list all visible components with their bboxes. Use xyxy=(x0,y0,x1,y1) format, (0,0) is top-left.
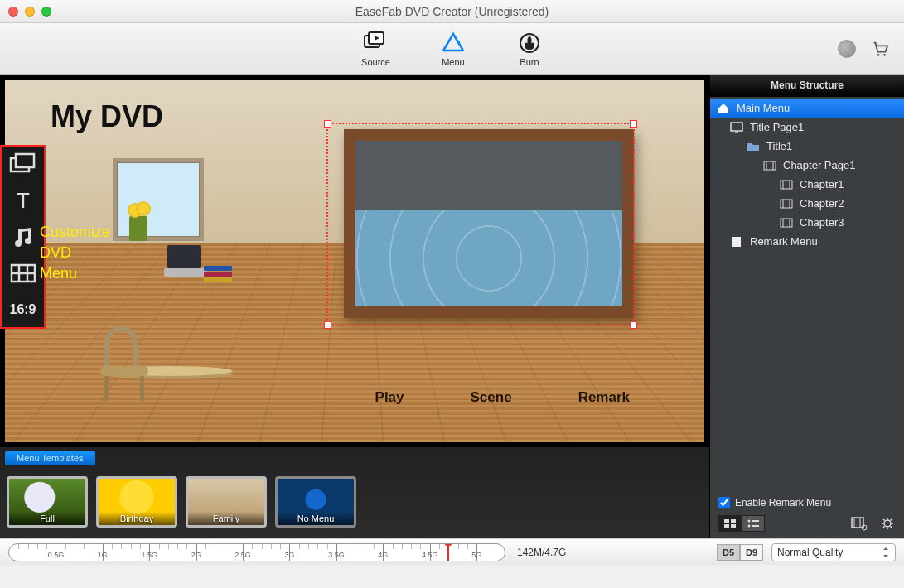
tree-chapter[interactable]: Chapter1 xyxy=(710,175,904,194)
film-settings-icon[interactable] xyxy=(851,516,868,531)
svg-point-36 xyxy=(748,525,751,528)
window-controls xyxy=(8,7,51,17)
svg-point-7 xyxy=(883,53,886,55)
cart-icon[interactable] xyxy=(871,40,889,58)
menu-button[interactable]: Menu xyxy=(440,31,467,67)
list-view-button[interactable] xyxy=(742,515,765,532)
tree-main-menu[interactable]: Main Menu xyxy=(710,99,904,118)
source-button[interactable]: Source xyxy=(361,31,390,67)
monitor-icon xyxy=(730,122,743,133)
resize-handle[interactable] xyxy=(630,321,637,329)
templates-tab[interactable]: Menu Templates xyxy=(5,451,95,465)
template-family[interactable]: Family xyxy=(186,476,267,528)
page-icon xyxy=(730,236,743,248)
svg-point-4 xyxy=(457,41,460,44)
film-icon xyxy=(780,179,793,190)
svg-rect-32 xyxy=(724,524,729,528)
disc-type-toggle: D5 D9 xyxy=(717,544,763,561)
dvd-title[interactable]: My DVD xyxy=(51,99,163,134)
svg-rect-35 xyxy=(752,520,759,522)
structure-header: Menu Structure xyxy=(710,75,904,97)
svg-rect-15 xyxy=(731,123,742,131)
thumbnail-view-button[interactable] xyxy=(718,515,742,532)
menu-preview[interactable]: My DVD Play Scene xyxy=(0,75,709,447)
svg-rect-30 xyxy=(724,519,729,523)
close-icon[interactable] xyxy=(8,7,18,17)
film-icon xyxy=(780,198,793,210)
enable-remark-checkbox[interactable]: Enable Remark Menu xyxy=(718,497,896,508)
titlebar: EaseFab DVD Creator (Unregistered) xyxy=(0,0,904,23)
disc-icon[interactable] xyxy=(838,40,856,58)
tree-chapter-page[interactable]: Chapter Page1 xyxy=(710,156,904,175)
remark-button[interactable]: Remark xyxy=(578,389,630,406)
flowers-decor xyxy=(129,216,147,241)
scene-button[interactable]: Scene xyxy=(471,389,512,406)
source-icon xyxy=(362,31,389,54)
svg-rect-31 xyxy=(731,519,736,523)
size-text: 142M/4.7G xyxy=(517,547,566,558)
capacity-marker[interactable] xyxy=(447,543,449,561)
view-toggle xyxy=(718,515,765,532)
resize-handle[interactable] xyxy=(630,120,637,128)
chapter-tool-icon[interactable] xyxy=(8,261,38,286)
customize-annotation: Customize DVD Menu xyxy=(40,222,110,285)
laptop-decor xyxy=(167,260,209,285)
d5-button[interactable]: D5 xyxy=(717,544,740,561)
scene-window xyxy=(113,158,204,241)
tree-title-page[interactable]: Title Page1 xyxy=(710,118,904,137)
chevron-down-icon xyxy=(882,547,890,557)
zoom-icon[interactable] xyxy=(41,7,51,17)
books-decor xyxy=(204,266,232,284)
menu-nav-buttons: Play Scene Remark xyxy=(375,389,630,406)
svg-text:T: T xyxy=(17,188,30,213)
template-full[interactable]: Full xyxy=(7,476,88,528)
gear-icon[interactable] xyxy=(879,516,896,531)
minimize-icon[interactable] xyxy=(25,7,35,17)
svg-rect-23 xyxy=(781,200,792,208)
film-icon xyxy=(763,160,776,171)
selection-outline[interactable] xyxy=(326,123,635,326)
source-label: Source xyxy=(361,57,390,67)
menu-label: Menu xyxy=(442,57,465,67)
customize-toolbar: T 16:9 xyxy=(0,145,46,329)
svg-point-6 xyxy=(877,53,880,55)
menu-icon xyxy=(440,31,467,54)
status-bar: 0.5G1G1.5G2G2.5G3G3.5G4G4.5G5G 142M/4.7G… xyxy=(0,538,904,565)
checkbox-input[interactable] xyxy=(718,497,730,508)
play-button[interactable]: Play xyxy=(375,389,404,406)
svg-rect-29 xyxy=(732,237,741,247)
tree-chapter[interactable]: Chapter2 xyxy=(710,194,904,213)
template-birthday[interactable]: Birthday xyxy=(96,476,177,528)
tree-title[interactable]: Title1 xyxy=(710,137,904,156)
burn-button[interactable]: Burn xyxy=(516,31,543,67)
text-tool-icon[interactable]: T xyxy=(8,188,38,213)
svg-rect-37 xyxy=(752,525,759,527)
d9-button[interactable]: D9 xyxy=(740,544,763,561)
frame-tool-icon[interactable] xyxy=(8,152,38,176)
resize-handle[interactable] xyxy=(324,321,331,329)
template-nomenu[interactable]: No Menu xyxy=(275,476,356,528)
burn-label: Burn xyxy=(520,57,539,67)
burn-icon xyxy=(516,31,543,54)
quality-select[interactable]: Normal Quality xyxy=(771,543,896,561)
menu-structure-panel: Menu Structure Main Menu Title Page1 Tit… xyxy=(709,75,904,538)
svg-rect-9 xyxy=(16,154,34,167)
film-icon xyxy=(780,217,793,229)
template-strip: Menu Templates Full Birthday Family No M… xyxy=(0,447,709,538)
tree-remark-menu[interactable]: Remark Menu xyxy=(710,232,904,251)
folder-icon xyxy=(747,141,760,152)
svg-rect-33 xyxy=(731,524,736,528)
structure-tree: Main Menu Title Page1 Title1 Chapter Pag… xyxy=(710,97,904,490)
svg-rect-26 xyxy=(781,219,792,227)
aspect-ratio-button[interactable]: 16:9 xyxy=(8,297,38,322)
svg-rect-17 xyxy=(764,161,776,170)
window-title: EaseFab DVD Creator (Unregistered) xyxy=(0,5,904,18)
music-tool-icon[interactable] xyxy=(8,224,38,249)
svg-rect-20 xyxy=(781,181,792,189)
capacity-ruler[interactable]: 0.5G1G1.5G2G2.5G3G3.5G4G4.5G5G xyxy=(8,543,505,561)
svg-point-34 xyxy=(748,520,751,523)
tree-chapter[interactable]: Chapter3 xyxy=(710,213,904,232)
svg-rect-38 xyxy=(852,518,863,528)
svg-point-42 xyxy=(884,520,891,527)
resize-handle[interactable] xyxy=(324,120,331,128)
